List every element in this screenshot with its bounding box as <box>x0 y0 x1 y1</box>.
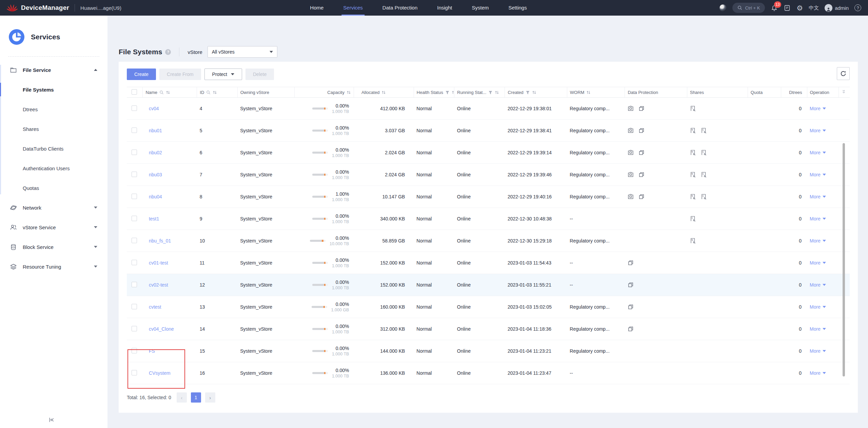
sort-icon[interactable] <box>452 90 454 95</box>
clone-icon[interactable] <box>638 150 645 156</box>
sort-icon[interactable] <box>586 90 591 95</box>
fs-name-link[interactable]: cv01-test <box>149 260 168 266</box>
sort-icon[interactable] <box>213 90 217 95</box>
cifs-share-icon[interactable]: C <box>701 172 707 178</box>
more-button[interactable]: More <box>810 172 826 177</box>
next-page-button[interactable]: › <box>205 392 215 403</box>
clone-icon[interactable] <box>628 282 634 288</box>
prev-page-button[interactable]: ‹ <box>177 392 187 403</box>
fs-name-link[interactable]: test1 <box>149 216 159 221</box>
fs-name-link[interactable]: cv04 <box>149 106 159 111</box>
clone-icon[interactable] <box>638 128 645 134</box>
report-button[interactable] <box>784 4 791 12</box>
nav-services[interactable]: Services <box>333 0 373 16</box>
row-checkbox[interactable] <box>132 326 137 331</box>
sidebar-item-quotas[interactable]: Quotas <box>0 178 107 198</box>
more-button[interactable]: More <box>810 260 826 266</box>
double-chevron-down-icon[interactable] <box>842 90 846 94</box>
fs-name-link[interactable]: nbu01 <box>149 128 162 133</box>
fs-name-link[interactable]: cv02-test <box>149 282 168 288</box>
fs-name-link[interactable]: nbu02 <box>149 150 162 155</box>
more-button[interactable]: More <box>810 216 826 221</box>
row-checkbox[interactable] <box>132 282 137 287</box>
snapshot-icon[interactable] <box>628 172 634 178</box>
filter-icon[interactable] <box>488 90 493 95</box>
nfs-share-icon[interactable]: N <box>690 128 696 134</box>
nav-settings[interactable]: Settings <box>498 0 536 16</box>
select-all-checkbox[interactable] <box>132 89 137 95</box>
sidebar-item-dtrees[interactable]: Dtrees <box>0 99 107 119</box>
notifications-button[interactable]: 13 <box>771 4 778 12</box>
clone-icon[interactable] <box>628 260 634 266</box>
nav-home[interactable]: Home <box>300 0 333 16</box>
sidebar-item-authentication-users[interactable]: Authentication Users <box>0 158 107 178</box>
filter-icon[interactable] <box>526 90 530 95</box>
sidebar-item-block-service[interactable]: Block Service <box>0 237 107 257</box>
device-name[interactable]: Huawei....age(U9) <box>80 5 121 11</box>
clone-icon[interactable] <box>638 105 645 112</box>
more-button[interactable]: More <box>810 304 826 310</box>
create-button[interactable]: Create <box>127 69 156 80</box>
fs-name-link[interactable]: CVsystem <box>149 370 171 376</box>
more-button[interactable]: More <box>810 150 826 155</box>
row-checkbox[interactable] <box>132 216 137 221</box>
sort-icon[interactable] <box>166 90 170 95</box>
sort-icon[interactable] <box>347 90 351 95</box>
snapshot-icon[interactable] <box>628 150 634 156</box>
fs-name-link[interactable]: FS <box>149 348 155 354</box>
cifs-share-icon[interactable]: C <box>690 216 696 222</box>
row-checkbox[interactable] <box>132 128 137 133</box>
sidebar-item-file-systems[interactable]: File Systems <box>0 80 107 99</box>
cifs-share-icon[interactable]: C <box>701 128 707 134</box>
refresh-button[interactable] <box>837 67 850 80</box>
fs-name-link[interactable]: nbu04 <box>149 194 162 199</box>
more-button[interactable]: More <box>810 106 826 111</box>
snapshot-icon[interactable] <box>628 105 634 112</box>
row-checkbox[interactable] <box>132 194 137 199</box>
nav-system[interactable]: System <box>462 0 498 16</box>
nav-data-protection[interactable]: Data Protection <box>373 0 427 16</box>
row-checkbox[interactable] <box>132 304 137 309</box>
fs-name-link[interactable]: cv04_Clone <box>149 326 174 332</box>
row-checkbox[interactable] <box>132 172 137 177</box>
cifs-share-icon[interactable]: C <box>701 150 707 156</box>
row-checkbox[interactable] <box>132 370 137 375</box>
cifs-share-icon[interactable]: C <box>701 194 707 200</box>
nfs-share-icon[interactable]: N <box>690 150 696 156</box>
filter-icon[interactable] <box>445 90 450 95</box>
clone-icon[interactable] <box>638 194 645 200</box>
help-icon[interactable]: ? <box>854 4 861 11</box>
more-button[interactable]: More <box>810 194 826 199</box>
sidebar-item-shares[interactable]: Shares <box>0 119 107 139</box>
fs-name-link[interactable]: cvtest <box>149 304 161 310</box>
sidebar-item-dataturbo-clients[interactable]: DataTurbo Clients <box>0 139 107 158</box>
settings-gear-icon[interactable]: ⚙ <box>796 4 803 12</box>
row-checkbox[interactable] <box>132 260 137 265</box>
more-button[interactable]: More <box>810 128 826 133</box>
sidebar-item-resource-tuning[interactable]: Resource Tuning <box>0 257 107 276</box>
more-button[interactable]: More <box>810 370 826 376</box>
more-button[interactable]: More <box>810 238 826 244</box>
clone-icon[interactable] <box>628 304 634 310</box>
more-button[interactable]: More <box>810 326 826 332</box>
clone-icon[interactable] <box>638 172 645 178</box>
page-help-icon[interactable]: ? <box>165 49 171 55</box>
sort-icon[interactable] <box>495 90 499 95</box>
nfs-share-icon[interactable]: N <box>690 172 696 178</box>
sort-icon[interactable] <box>381 90 386 95</box>
snapshot-icon[interactable] <box>628 194 634 200</box>
sidebar-item-vstore-service[interactable]: vStore Service <box>0 217 107 237</box>
vertical-scrollbar[interactable] <box>843 143 845 376</box>
row-checkbox[interactable] <box>132 105 137 111</box>
vstore-select[interactable]: All vStores <box>208 46 277 58</box>
sort-icon[interactable] <box>532 90 536 95</box>
fs-name-link[interactable]: nbu_fs_01 <box>149 238 171 244</box>
row-checkbox[interactable] <box>132 238 137 243</box>
snapshot-icon[interactable] <box>628 128 634 134</box>
nfs-share-icon[interactable]: N <box>690 238 696 244</box>
current-page-button[interactable]: 1 <box>191 392 201 403</box>
sidebar-item-file-service[interactable]: File Service <box>0 60 107 80</box>
protect-button[interactable]: Protect <box>204 69 242 80</box>
sidebar-item-network[interactable]: Network <box>0 198 107 217</box>
create-from-button[interactable]: Create From <box>159 69 201 80</box>
